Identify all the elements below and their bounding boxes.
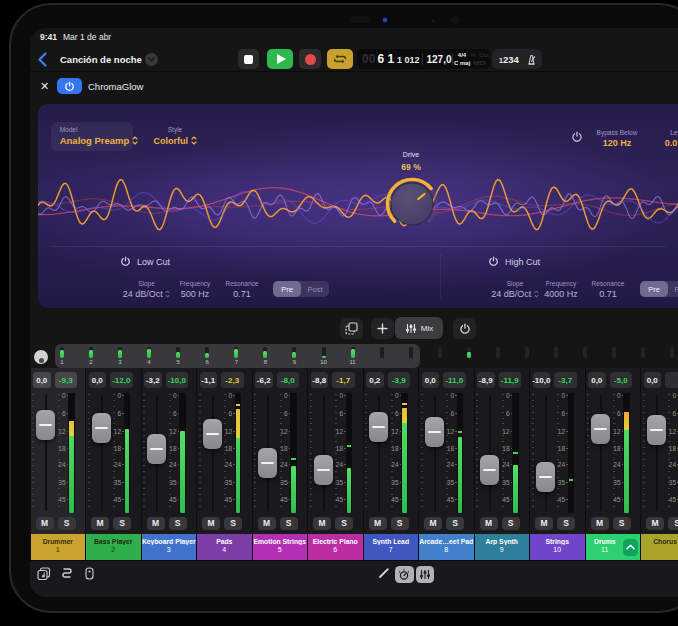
volume-value[interactable]: 0,0	[588, 372, 606, 388]
solo-button[interactable]: S	[335, 517, 353, 531]
volume-value[interactable]: -6,2	[255, 372, 273, 388]
volume-value[interactable]: 0,0	[33, 372, 51, 388]
bridge-meter[interactable]	[292, 347, 296, 358]
lcd-display[interactable]: 00 6 1 1 012 127,0 4/4 C maj In Out MIDI	[357, 49, 490, 69]
volume-value[interactable]: -10,0	[533, 372, 551, 388]
count-in-button[interactable]: 1234	[499, 54, 519, 65]
bridge-meter[interactable]	[409, 347, 413, 358]
mute-button[interactable]: M	[91, 517, 109, 531]
fader-pill-icon[interactable]	[85, 567, 94, 580]
metronome-icon[interactable]	[525, 53, 538, 66]
song-menu-button[interactable]	[145, 53, 158, 66]
fader-handle[interactable]	[147, 434, 166, 464]
smart-controls-button[interactable]	[395, 566, 414, 583]
volume-value[interactable]: 0,2	[366, 372, 384, 388]
peak-level-value[interactable]: -12,0	[110, 372, 133, 388]
peak-level-value[interactable]: -11,0	[443, 372, 466, 388]
style-selector[interactable]: Colorful	[145, 136, 205, 146]
solo-button[interactable]: S	[58, 517, 76, 531]
solo-button[interactable]: S	[224, 517, 242, 531]
bridge-meter[interactable]	[322, 347, 326, 358]
bridge-meter[interactable]	[176, 347, 180, 358]
fader-handle[interactable]	[480, 455, 499, 485]
solo-button[interactable]: S	[169, 517, 187, 531]
bridge-meter[interactable]	[641, 347, 645, 358]
track-label[interactable]: Synth Lead7	[364, 534, 419, 560]
fader-handle[interactable]	[203, 419, 222, 449]
high-cut-power-icon[interactable]	[488, 256, 499, 267]
plugin-power-button[interactable]	[57, 78, 82, 94]
volume-value[interactable]: 0,0	[422, 372, 440, 388]
solo-button[interactable]: S	[113, 517, 131, 531]
low-cut-power-icon[interactable]	[120, 256, 131, 267]
bridge-meter[interactable]	[351, 347, 355, 358]
fader-handle[interactable]	[647, 415, 666, 445]
bridge-meter[interactable]	[263, 347, 267, 358]
track-label[interactable]: Electric Piano6	[308, 534, 363, 560]
paste-settings-button[interactable]	[340, 318, 363, 339]
bridge-meter[interactable]	[205, 347, 209, 358]
song-title[interactable]: Canción de noche	[60, 54, 142, 65]
mute-button[interactable]: M	[147, 517, 165, 531]
mute-button[interactable]: M	[646, 517, 664, 531]
bridge-meter[interactable]	[147, 347, 151, 358]
bridge-meter[interactable]	[438, 347, 442, 358]
peak-level-value[interactable]: -5,0	[610, 372, 633, 388]
fader-handle[interactable]	[36, 410, 55, 440]
bridge-meter[interactable]	[89, 347, 93, 358]
solo-button[interactable]: S	[668, 517, 678, 531]
bridge-meter[interactable]	[670, 347, 674, 358]
bridge-meter[interactable]	[234, 347, 238, 358]
fader-handle[interactable]	[258, 448, 277, 478]
solo-button[interactable]: S	[280, 517, 298, 531]
bridge-meter[interactable]	[467, 347, 471, 358]
track-label[interactable]: Drums11	[586, 534, 641, 560]
fader-handle[interactable]	[425, 417, 444, 447]
low-cut-post-button[interactable]: Post	[301, 281, 329, 297]
collapse-stack-button[interactable]	[623, 539, 638, 557]
fader-handle[interactable]	[591, 414, 610, 444]
track-label[interactable]: Chorus V	[641, 534, 678, 560]
level-value[interactable]: 0.0	[651, 138, 678, 148]
mute-button[interactable]: M	[369, 517, 387, 531]
solo-button[interactable]: S	[613, 517, 631, 531]
fader-handle[interactable]	[369, 412, 388, 442]
patch-cable-icon[interactable]	[61, 567, 73, 580]
fader-handle[interactable]	[314, 455, 333, 485]
mix-button[interactable]: Mix	[395, 317, 443, 339]
bridge-meter[interactable]	[496, 347, 500, 358]
bridge-meter[interactable]	[583, 347, 587, 358]
volume-value[interactable]: -1,1	[200, 372, 218, 388]
mute-button[interactable]: M	[480, 517, 498, 531]
bridge-meter[interactable]	[554, 347, 558, 358]
mute-button[interactable]: M	[591, 517, 609, 531]
track-label[interactable]: Drummer1	[31, 534, 86, 560]
pencil-icon[interactable]	[378, 567, 390, 579]
peak-level-value[interactable]: -3,9	[388, 372, 411, 388]
low-cut-pre-button[interactable]: Pre	[273, 281, 301, 297]
solo-button[interactable]: S	[391, 517, 409, 531]
track-label[interactable]: Pads4	[197, 534, 252, 560]
loop-browser-icon[interactable]	[37, 567, 51, 580]
high-cut-pre-button[interactable]: Pre	[640, 281, 668, 297]
model-selector[interactable]: Model Analog Preamp	[51, 122, 133, 151]
solo-button[interactable]: S	[502, 517, 520, 531]
mute-button[interactable]: M	[424, 517, 442, 531]
bridge-meter[interactable]	[118, 347, 122, 358]
drive-knob[interactable]	[384, 176, 440, 232]
track-label[interactable]: Arcade…eet Pad8	[419, 534, 474, 560]
high-cut-resonance-value[interactable]: 0.71	[578, 289, 638, 299]
track-label[interactable]: Keyboard Player3	[142, 534, 197, 560]
mixer-view-button[interactable]	[416, 566, 435, 583]
track-label[interactable]: Bass Player2	[86, 534, 141, 560]
peak-level-value[interactable]: -8,0	[277, 372, 300, 388]
volume-value[interactable]: -3,2	[144, 372, 162, 388]
fader-handle[interactable]	[92, 413, 111, 443]
track-label[interactable]: Emotion Strings5	[253, 534, 308, 560]
mute-button[interactable]: M	[258, 517, 276, 531]
low-cut-resonance-value[interactable]: 0.71	[212, 289, 272, 299]
volume-value[interactable]: -8,9	[477, 372, 495, 388]
mute-button[interactable]: M	[202, 517, 220, 531]
back-button[interactable]	[36, 51, 50, 68]
peak-level-value[interactable]: -2,3	[221, 372, 244, 388]
